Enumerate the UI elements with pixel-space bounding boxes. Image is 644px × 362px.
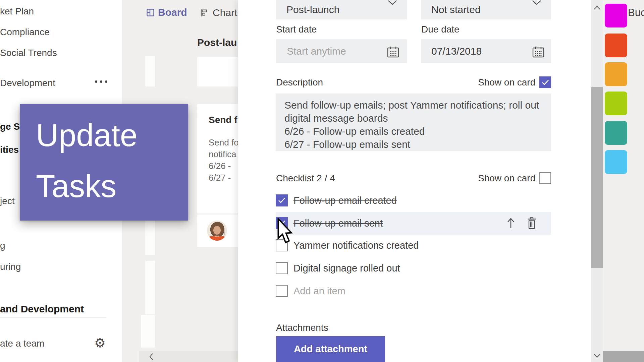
- task-card-text: 6/26 -: [209, 161, 231, 171]
- trash-icon[interactable]: [527, 217, 537, 230]
- app-window: ket Plan Compliance Social Trends Develo…: [0, 0, 644, 362]
- checked-checkbox-icon[interactable]: [276, 194, 288, 206]
- overlay-line-2: Tasks: [36, 161, 188, 212]
- task-card-text: 6/27 -: [209, 173, 231, 183]
- gear-icon[interactable]: ⚙: [94, 337, 106, 349]
- sidebar-item-social-trends[interactable]: Social Trends: [0, 48, 57, 58]
- chevron-down-icon: [388, 0, 397, 5]
- peek-card: [145, 261, 155, 314]
- checklist-show-on-card-checkbox[interactable]: [539, 172, 551, 184]
- task-card-title: Send f: [209, 115, 237, 125]
- mouse-cursor: [277, 218, 297, 245]
- label-swatch-green[interactable]: [605, 92, 627, 115]
- avatar[interactable]: [207, 221, 227, 241]
- sidebar-item-uring[interactable]: uring: [0, 261, 21, 272]
- checklist-item-label[interactable]: Digital signage rolled out: [293, 263, 400, 274]
- horizontal-scrollbar[interactable]: [139, 351, 238, 362]
- checklist-row[interactable]: Follow-up email created: [276, 189, 551, 212]
- label-swatch-teal[interactable]: [605, 121, 627, 145]
- sidebar-item-development[interactable]: Development: [0, 78, 55, 88]
- task-detail-panel: Post-launch Not started Start date Due d…: [238, 0, 591, 362]
- label-swatch-magenta[interactable]: [605, 4, 627, 27]
- bucket-header-text: Buck: [628, 7, 644, 19]
- label-swatch-red[interactable]: [605, 34, 627, 57]
- show-on-card-label: Show on card: [478, 77, 535, 88]
- start-date-placeholder: Start anytime: [287, 46, 346, 57]
- sidebar-item-project[interactable]: ject: [0, 196, 15, 206]
- checklist-add-item-row[interactable]: Add an item: [276, 280, 551, 302]
- bucket-dropdown-value: Post-launch: [286, 0, 339, 15]
- progress-dropdown-value: Not started: [431, 0, 481, 15]
- progress-dropdown[interactable]: Not started: [421, 0, 551, 19]
- checklist-label: Checklist 2 / 4: [276, 173, 335, 184]
- check-icon: [541, 79, 549, 86]
- task-card-text: notifica: [209, 149, 236, 160]
- description-show-on-card-checkbox[interactable]: [539, 76, 551, 88]
- bucket-column-title: Post-lau: [197, 37, 238, 48]
- due-date-label: Due date: [421, 24, 460, 35]
- description-text: Send follow-up emails; post Yammer notif…: [284, 99, 548, 151]
- description-label: Description: [276, 77, 323, 88]
- vertical-scrollbar[interactable]: [591, 0, 603, 362]
- task-card-text: Send fo: [209, 137, 238, 148]
- label-swatch-cyan[interactable]: [605, 150, 627, 174]
- checklist-row[interactable]: Yammer notifications created: [276, 234, 551, 257]
- unchecked-checkbox-icon[interactable]: [276, 262, 288, 274]
- tab-chart-label: Chart: [213, 7, 237, 18]
- add-attachment-label: Add attachment: [294, 344, 367, 355]
- checklist-item-label[interactable]: Follow-up email created: [293, 195, 397, 206]
- sidebar-item-create-team[interactable]: ate a team: [0, 338, 44, 349]
- add-an-item-placeholder[interactable]: Add an item: [293, 286, 345, 297]
- unchecked-checkbox-icon: [276, 285, 288, 297]
- tutorial-overlay: Update Tasks: [20, 104, 188, 221]
- due-date-input[interactable]: 07/13/2018: [421, 39, 551, 63]
- overlay-line-1: Update: [36, 110, 188, 161]
- board-icon: [147, 9, 154, 16]
- due-date-value: 07/13/2018: [431, 46, 482, 57]
- start-date-label: Start date: [276, 24, 317, 35]
- calendar-icon[interactable]: [532, 46, 545, 58]
- checklist-item-label[interactable]: Yammer notifications created: [293, 240, 419, 251]
- peek-card: [145, 56, 155, 86]
- move-up-icon[interactable]: [506, 217, 515, 230]
- more-options-icon[interactable]: [95, 80, 107, 83]
- horizontal-scrollbar-thumb[interactable]: [603, 351, 644, 362]
- tab-board[interactable]: Board: [147, 7, 187, 18]
- checklist-row[interactable]: Digital signage rolled out: [276, 257, 551, 280]
- sidebar-item-market-plan[interactable]: ket Plan: [0, 6, 34, 17]
- tab-board-label: Board: [158, 7, 187, 18]
- label-swatch-orange[interactable]: [605, 62, 627, 86]
- sidebar-team-header-2[interactable]: ities: [0, 144, 19, 155]
- show-on-card-label: Show on card: [478, 173, 535, 184]
- checklist-row-hovered[interactable]: Follow-up email sent: [276, 212, 551, 235]
- scroll-left-icon[interactable]: [149, 353, 154, 361]
- description-textarea[interactable]: Send follow-up emails; post Yammer notif…: [276, 94, 551, 151]
- vertical-scrollbar-thumb[interactable]: [591, 87, 603, 268]
- chart-icon: [200, 9, 208, 17]
- scroll-down-icon[interactable]: [593, 354, 601, 358]
- add-task-box[interactable]: [197, 57, 238, 86]
- attachments-label: Attachments: [276, 322, 328, 333]
- add-attachment-button[interactable]: Add attachment: [276, 336, 385, 362]
- sidebar-item-compliance[interactable]: Compliance: [0, 27, 50, 38]
- right-rail: Buck: [603, 0, 644, 362]
- checklist-item-label[interactable]: Follow-up email sent: [293, 218, 383, 229]
- task-card-footer: [197, 215, 238, 247]
- sidebar-section-header: and Development: [0, 303, 84, 315]
- scroll-up-icon[interactable]: [593, 5, 601, 10]
- task-card[interactable]: Send f Send fo notifica 6/26 - 6/27 - 07…: [197, 104, 238, 214]
- peek-card: [141, 315, 155, 348]
- chevron-down-icon: [532, 0, 541, 5]
- sidebar-divider: [0, 317, 106, 317]
- tab-chart[interactable]: Chart: [200, 7, 237, 18]
- sidebar-item-g[interactable]: g: [0, 240, 5, 251]
- calendar-icon[interactable]: [387, 46, 399, 58]
- bucket-dropdown[interactable]: Post-launch: [276, 0, 407, 19]
